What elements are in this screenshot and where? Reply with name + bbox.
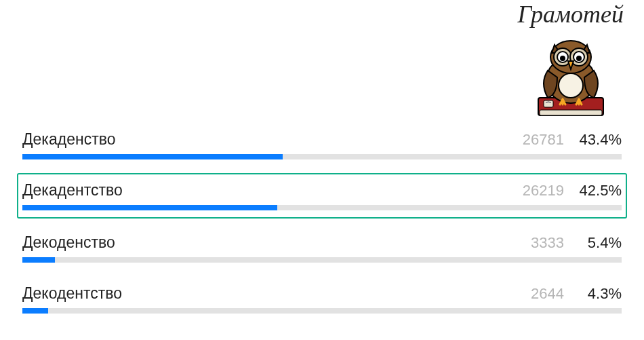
progress-fill: [22, 308, 48, 314]
svg-point-11: [576, 56, 582, 61]
progress-track: [22, 205, 622, 210]
progress-fill: [22, 257, 55, 263]
logo: Грамотей: [518, 0, 624, 119]
option-row-correct[interactable]: Декадентство 26219 42.5%: [17, 173, 627, 219]
option-row[interactable]: Декаденство 26781 43.4%: [17, 122, 627, 164]
option-label: Декоденство: [22, 233, 503, 252]
option-top: Декоденство 3333 5.4%: [22, 233, 622, 252]
brand-title: Грамотей: [518, 0, 624, 29]
option-row[interactable]: Декоденство 3333 5.4%: [17, 225, 627, 267]
option-label: Декаденство: [22, 130, 503, 149]
progress-track: [22, 154, 622, 159]
progress-track: [22, 308, 622, 314]
progress-fill: [22, 205, 277, 210]
option-percent: 43.4%: [564, 131, 622, 149]
options-list: Декаденство 26781 43.4% Декадентство 262…: [0, 122, 644, 318]
option-label: Декадентство: [22, 181, 503, 200]
option-top: Декаденство 26781 43.4%: [22, 130, 622, 149]
option-percent: 5.4%: [564, 234, 622, 252]
option-percent: 42.5%: [564, 182, 622, 200]
progress-fill: [22, 154, 283, 159]
option-count: 26781: [503, 131, 564, 149]
option-label: Декодентство: [22, 284, 503, 303]
option-top: Декадентство 26219 42.5%: [22, 181, 622, 200]
svg-point-10: [560, 56, 565, 61]
owl-on-book-icon: [527, 30, 614, 119]
option-count: 26219: [503, 182, 564, 200]
option-count: 3333: [503, 234, 564, 252]
option-percent: 4.3%: [564, 285, 622, 303]
option-count: 2644: [503, 285, 564, 303]
header: Грамотей: [0, 0, 644, 122]
svg-point-4: [559, 73, 583, 98]
svg-rect-1: [540, 110, 602, 115]
option-top: Декодентство 2644 4.3%: [22, 284, 622, 303]
progress-track: [22, 257, 622, 263]
option-row[interactable]: Декодентство 2644 4.3%: [17, 276, 627, 318]
